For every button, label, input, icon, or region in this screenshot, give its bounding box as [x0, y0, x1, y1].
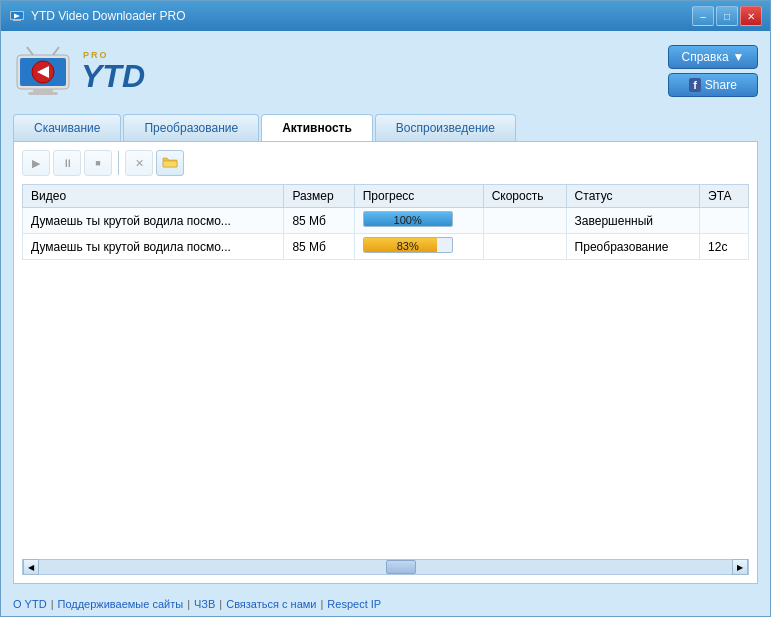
table-header-row: Видео Размер Прогресс Скорость Статус ЭТ…: [23, 185, 749, 208]
share-button[interactable]: f Share: [668, 73, 758, 97]
progress-label-1: 100%: [364, 212, 452, 227]
footer-link-faq[interactable]: ЧЗВ: [194, 598, 215, 610]
cell-status-1: Завершенный: [566, 208, 699, 234]
tab-activity[interactable]: Активность: [261, 114, 373, 141]
footer-link-about[interactable]: О YTD: [13, 598, 47, 610]
help-button-label: Справка: [682, 50, 729, 64]
footer: О YTD | Поддерживаемые сайты | ЧЗВ | Свя…: [1, 592, 770, 616]
header-area: PRO YTD Справка ▼ f Share: [13, 39, 758, 102]
svg-line-10: [27, 47, 33, 55]
cell-video-1: Думаешь ты крутой водила посмо...: [23, 208, 284, 234]
cell-speed-2: [483, 234, 566, 260]
pause-icon: ⏸: [62, 157, 73, 169]
help-button-arrow: ▼: [733, 50, 745, 64]
progress-bar-1: 100%: [363, 211, 453, 227]
scroll-right-button[interactable]: ▶: [732, 559, 748, 575]
svg-rect-9: [28, 92, 58, 95]
tab-download[interactable]: Скачивание: [13, 114, 121, 141]
header-buttons: Справка ▼ f Share: [668, 45, 758, 97]
scroll-left-button[interactable]: ◀: [23, 559, 39, 575]
cancel-icon: ✕: [135, 157, 144, 170]
cell-progress-2: 83%: [354, 234, 483, 260]
svg-line-11: [53, 47, 59, 55]
cell-eta-2: 12с: [700, 234, 749, 260]
footer-link-sites[interactable]: Поддерживаемые сайты: [57, 598, 183, 610]
folder-button[interactable]: [156, 150, 184, 176]
activity-table: Видео Размер Прогресс Скорость Статус ЭТ…: [22, 184, 749, 260]
cancel-button[interactable]: ✕: [125, 150, 153, 176]
main-content-area: PRO YTD Справка ▼ f Share Скачивание Пре…: [1, 31, 770, 592]
cell-size-1: 85 Мб: [284, 208, 354, 234]
cell-speed-1: [483, 208, 566, 234]
footer-sep-2: |: [187, 598, 190, 610]
logo-text-area: PRO YTD: [81, 50, 145, 92]
facebook-icon: f: [689, 78, 701, 92]
footer-sep-4: |: [320, 598, 323, 610]
table-row: Думаешь ты крутой водила посмо... 85 Мб …: [23, 234, 749, 260]
footer-sep-1: |: [51, 598, 54, 610]
table-scroll-area: Видео Размер Прогресс Скорость Статус ЭТ…: [22, 184, 749, 557]
toolbar-separator-1: [118, 151, 119, 175]
progress-bar-2: 83%: [363, 237, 453, 253]
progress-label-2: 83%: [364, 238, 452, 253]
cell-video-2: Думаешь ты крутой водила посмо...: [23, 234, 284, 260]
footer-link-contact[interactable]: Связаться с нами: [226, 598, 316, 610]
tab-play[interactable]: Воспроизведение: [375, 114, 516, 141]
stop-button[interactable]: ■: [84, 150, 112, 176]
minimize-button[interactable]: –: [692, 6, 714, 26]
cell-size-2: 85 Мб: [284, 234, 354, 260]
cell-eta-1: [700, 208, 749, 234]
logo-ytd-text: YTD: [81, 60, 145, 92]
col-header-progress: Прогресс: [354, 185, 483, 208]
folder-icon: [162, 155, 178, 171]
main-window: YTD Video Downloader PRO – □ ✕: [0, 0, 771, 617]
logo-icon: [13, 43, 73, 98]
logo-area: PRO YTD: [13, 43, 145, 98]
logo-tv-svg: [13, 43, 73, 98]
cell-status-2: Преобразование: [566, 234, 699, 260]
col-header-speed: Скорость: [483, 185, 566, 208]
share-button-label: Share: [705, 78, 737, 92]
table-row: Думаешь ты крутой водила посмо... 85 Мб …: [23, 208, 749, 234]
footer-sep-3: |: [219, 598, 222, 610]
activity-panel: ▶ ⏸ ■ ✕: [13, 141, 758, 584]
toolbar: ▶ ⏸ ■ ✕: [22, 150, 749, 176]
title-bar-text: YTD Video Downloader PRO: [31, 9, 692, 23]
col-header-status: Статус: [566, 185, 699, 208]
tabs-bar: Скачивание Преобразование Активность Вос…: [13, 114, 758, 141]
scroll-track[interactable]: [39, 560, 732, 574]
stop-icon: ■: [95, 158, 100, 168]
footer-link-respect-ip[interactable]: Respect IP: [327, 598, 381, 610]
col-header-size: Размер: [284, 185, 354, 208]
app-icon: [9, 8, 25, 24]
col-header-video: Видео: [23, 185, 284, 208]
tab-convert[interactable]: Преобразование: [123, 114, 259, 141]
help-button[interactable]: Справка ▼: [668, 45, 758, 69]
horizontal-scrollbar[interactable]: ◀ ▶: [22, 559, 749, 575]
col-header-eta: ЭТА: [700, 185, 749, 208]
play-icon: ▶: [32, 157, 40, 170]
play-button[interactable]: ▶: [22, 150, 50, 176]
maximize-button[interactable]: □: [716, 6, 738, 26]
svg-rect-3: [13, 20, 21, 21]
close-button[interactable]: ✕: [740, 6, 762, 26]
title-bar-buttons: – □ ✕: [692, 6, 762, 26]
scroll-thumb[interactable]: [386, 560, 416, 574]
pause-button[interactable]: ⏸: [53, 150, 81, 176]
svg-rect-8: [33, 89, 53, 92]
title-bar: YTD Video Downloader PRO – □ ✕: [1, 1, 770, 31]
svg-rect-12: [163, 161, 177, 167]
cell-progress-1: 100%: [354, 208, 483, 234]
